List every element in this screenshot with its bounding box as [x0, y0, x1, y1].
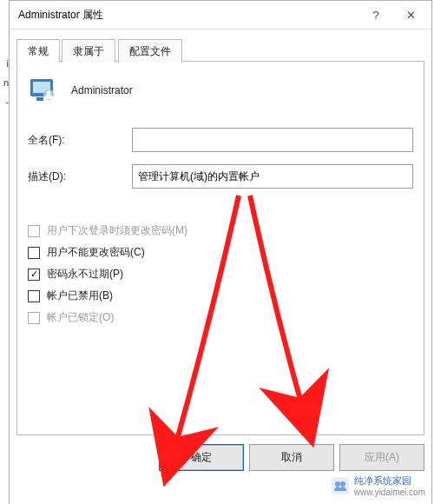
- apply-button[interactable]: 应用(A): [339, 444, 424, 471]
- background-window-fragment: i n -: [0, 54, 9, 111]
- checkbox-account-locked: 帐户已锁定(O): [28, 310, 413, 325]
- help-button[interactable]: ?: [358, 3, 393, 27]
- properties-dialog: Administrator 属性 ? ✕ 常规 隶属于 配置文件 Adminis…: [9, 0, 432, 504]
- user-name: Administrator: [71, 84, 133, 96]
- svg-rect-4: [36, 97, 43, 101]
- checkbox-label: 用户不能更改密码(C): [47, 245, 145, 260]
- tab-memberof[interactable]: 隶属于: [62, 39, 115, 63]
- fullname-label: 全名(F):: [28, 133, 132, 148]
- checkbox-label: 帐户已锁定(O): [47, 310, 114, 325]
- tab-profile[interactable]: 配置文件: [118, 39, 182, 63]
- fullname-field[interactable]: [132, 128, 413, 152]
- watermark: 纯净系统家园 www.yidaimei.com: [328, 473, 429, 499]
- checkbox-icon: [28, 269, 40, 281]
- checkbox-label: 帐户已禁用(B): [47, 288, 113, 303]
- title-bar: Administrator 属性 ? ✕: [10, 1, 431, 30]
- watermark-url: www.yidaimei.com: [354, 487, 425, 497]
- window-title: Administrator 属性: [18, 8, 358, 23]
- svg-point-3: [46, 90, 50, 95]
- watermark-name: 纯净系统家园: [354, 475, 411, 486]
- row-fullname: 全名(F):: [28, 128, 413, 152]
- checkbox-must-change-password: 用户下次登录时须更改密码(M): [28, 223, 413, 238]
- watermark-logo-icon: [332, 477, 349, 494]
- tab-bar: 常规 隶属于 配置文件: [16, 38, 424, 62]
- close-button[interactable]: ✕: [393, 3, 428, 27]
- checkbox-icon: [28, 312, 40, 324]
- ok-button[interactable]: 确定: [159, 444, 244, 471]
- tab-panel-general: Administrator 全名(F): 描述(D): 用户下次登录时须更改密码…: [16, 62, 424, 435]
- checkbox-icon: [28, 247, 40, 259]
- user-icon: [28, 76, 57, 105]
- row-description: 描述(D):: [28, 164, 413, 189]
- user-header: Administrator: [28, 76, 413, 105]
- svg-point-6: [335, 481, 340, 487]
- tab-general[interactable]: 常规: [16, 39, 60, 63]
- description-field[interactable]: [132, 164, 413, 189]
- checkbox-label: 密码永不过期(P): [47, 267, 123, 282]
- checkbox-password-never-expires[interactable]: 密码永不过期(P): [28, 267, 413, 282]
- cancel-button[interactable]: 取消: [249, 444, 334, 471]
- checkbox-icon: [28, 225, 40, 237]
- svg-point-7: [340, 481, 345, 487]
- checkbox-label: 用户下次登录时须更改密码(M): [47, 223, 187, 238]
- checkbox-icon: [28, 290, 40, 302]
- button-bar: 确定 取消 应用(A): [10, 435, 431, 471]
- checkbox-cannot-change-password[interactable]: 用户不能更改密码(C): [28, 245, 413, 260]
- checkbox-account-disabled[interactable]: 帐户已禁用(B): [28, 288, 413, 303]
- description-label: 描述(D):: [28, 169, 132, 184]
